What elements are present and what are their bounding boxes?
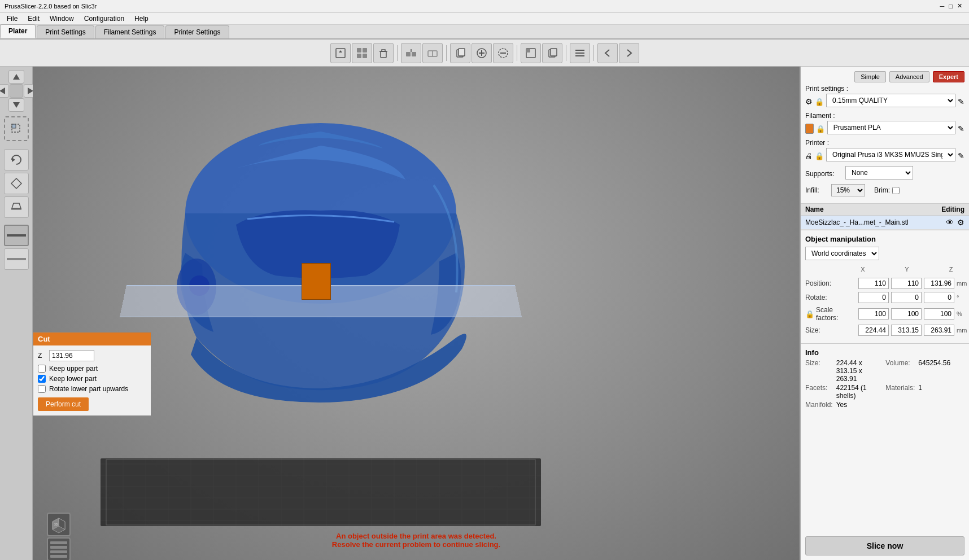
z-input[interactable] — [49, 350, 94, 361]
size-x-input[interactable] — [858, 325, 889, 336]
menu-edit[interactable]: Edit — [23, 14, 44, 24]
close-btn[interactable]: ✕ — [957, 2, 962, 10]
nav-cube[interactable]: 3D — [42, 523, 76, 551]
rotate-lower-checkbox[interactable] — [38, 385, 46, 393]
print-settings-section: Simple Advanced Expert Print settings : … — [801, 67, 969, 204]
split-objects-btn[interactable] — [401, 43, 421, 63]
tab-plater[interactable]: Plater — [0, 24, 36, 38]
viewport-warning: An object outside the print area was det… — [332, 532, 500, 549]
scale-z-input[interactable] — [924, 308, 954, 320]
perform-cut-button[interactable]: Perform cut — [38, 397, 89, 411]
add-instances-btn[interactable] — [472, 43, 492, 63]
remove-instances-btn[interactable] — [493, 43, 513, 63]
back-btn[interactable] — [597, 43, 618, 63]
supports-label: Supports: — [805, 170, 842, 178]
supports-dropdown[interactable]: None Everywhere On build plate only — [845, 166, 913, 180]
center-btn[interactable] — [10, 84, 23, 98]
add-object-btn[interactable] — [330, 43, 351, 63]
scale-y-input[interactable] — [891, 308, 922, 320]
visible-icon[interactable]: 👁 — [946, 218, 954, 227]
move-up-btn[interactable] — [8, 70, 24, 84]
printer-label: Printer : — [805, 139, 964, 147]
support-paint-btn[interactable] — [4, 248, 29, 270]
rotate-y-input[interactable] — [891, 292, 922, 303]
advanced-mode-btn[interactable]: Advanced — [889, 71, 929, 82]
flatten-tool-btn[interactable] — [4, 196, 29, 218]
size-y-input[interactable] — [891, 325, 922, 336]
rotate-z-input[interactable] — [924, 292, 954, 303]
menu-file[interactable]: File — [2, 14, 22, 24]
scale-tool-btn[interactable] — [4, 173, 29, 194]
rotate-tool-btn[interactable] — [4, 149, 29, 170]
object-name-0: MoeSizzlac_-_Ha...met_-_Main.stl — [805, 218, 946, 226]
quality-dropdown[interactable]: 0.15mm QUALITY — [826, 94, 955, 107]
cut-tool-btn[interactable] — [4, 225, 29, 246]
select-tool-btn[interactable] — [4, 116, 29, 141]
svg-rect-24 — [551, 49, 557, 56]
menu-help[interactable]: Help — [130, 14, 153, 24]
edit-filament-icon[interactable]: ✎ — [958, 124, 964, 133]
warning-line2: Resolve the current problem to continue … — [332, 540, 500, 549]
arrange-btn[interactable] — [352, 43, 372, 63]
infill-dropdown[interactable]: 15% 10% 20% 30% — [831, 184, 865, 196]
maximize-btn[interactable]: □ — [949, 3, 953, 10]
svg-rect-33 — [12, 124, 16, 128]
object-row-0[interactable]: MoeSizzlac_-_Ha...met_-_Main.stl 👁 ⚙ — [801, 216, 969, 230]
rotate-x-input[interactable] — [858, 292, 889, 303]
toolbar-sep-5 — [593, 45, 594, 61]
main-area: Cut Z Keep upper part Keep lower part Ro… — [0, 67, 969, 560]
grid-floor — [101, 447, 541, 526]
filament-label: Filament : — [805, 112, 964, 120]
printer-dropdown[interactable]: Original Prusa i3 MK3S MMU2S Single — [826, 148, 955, 161]
position-label: Position: — [805, 279, 856, 287]
forward-btn[interactable] — [619, 43, 639, 63]
simple-mode-btn[interactable]: Simple — [854, 71, 886, 82]
position-z-input[interactable] — [924, 278, 954, 289]
slice-now-button[interactable]: Slice now — [805, 536, 964, 555]
split-parts-btn[interactable] — [422, 43, 443, 63]
svg-rect-39 — [7, 258, 26, 260]
tab-printer-settings[interactable]: Printer Settings — [165, 25, 229, 38]
expert-mode-btn[interactable]: Expert — [933, 71, 964, 82]
minimize-btn[interactable]: ─ — [940, 3, 945, 10]
print-settings-obj-btn[interactable] — [521, 43, 541, 63]
move-left-btn[interactable] — [0, 84, 9, 98]
position-x-input[interactable] — [858, 278, 889, 289]
size-z-input[interactable] — [924, 325, 954, 336]
move-down-btn[interactable] — [8, 98, 24, 112]
coord-system-dropdown[interactable]: World coordinates Local coordinates — [805, 247, 879, 260]
menu-window[interactable]: Window — [45, 14, 78, 24]
toolbar-sep-2 — [446, 45, 447, 61]
position-y-input[interactable] — [891, 278, 922, 289]
svg-rect-2 — [357, 48, 361, 53]
keep-lower-label: Keep lower part — [49, 375, 97, 383]
filament-dropdown[interactable]: Prusament PLA — [827, 121, 955, 134]
svg-rect-78 — [50, 555, 67, 558]
edit-print-settings-icon[interactable]: ✎ — [958, 97, 964, 106]
layers-view-btn[interactable] — [47, 537, 71, 560]
copy-btn[interactable] — [450, 43, 470, 63]
menu-btn[interactable] — [570, 43, 590, 63]
viewport[interactable]: Cut Z Keep upper part Keep lower part Ro… — [33, 67, 800, 560]
keep-upper-checkbox[interactable] — [38, 365, 46, 373]
svg-rect-77 — [50, 550, 67, 553]
tab-filament-settings[interactable]: Filament Settings — [95, 25, 165, 38]
menu-configuration[interactable]: Configuration — [80, 14, 129, 24]
svg-rect-9 — [406, 52, 411, 56]
lock-scale-icon[interactable]: 🔒 — [805, 310, 814, 318]
scale-x-input[interactable] — [858, 308, 889, 320]
rotate-label: Rotate: — [805, 294, 856, 301]
toolbar-sep-4 — [566, 45, 566, 61]
edit-printer-icon[interactable]: ✎ — [958, 151, 964, 160]
info-volume-value: 645254.56 — [918, 359, 964, 383]
object-settings-icon[interactable]: ⚙ — [957, 218, 964, 227]
info-title: Info — [805, 348, 964, 357]
brim-checkbox[interactable] — [892, 187, 900, 194]
nav-cube-box[interactable]: 3D — [47, 513, 71, 536]
copy2-btn[interactable] — [542, 43, 562, 63]
tab-print-settings[interactable]: Print Settings — [37, 25, 94, 38]
svg-rect-10 — [412, 52, 416, 56]
svg-marker-1 — [339, 50, 342, 53]
delete-btn[interactable] — [373, 43, 394, 63]
keep-lower-checkbox[interactable] — [38, 375, 46, 383]
